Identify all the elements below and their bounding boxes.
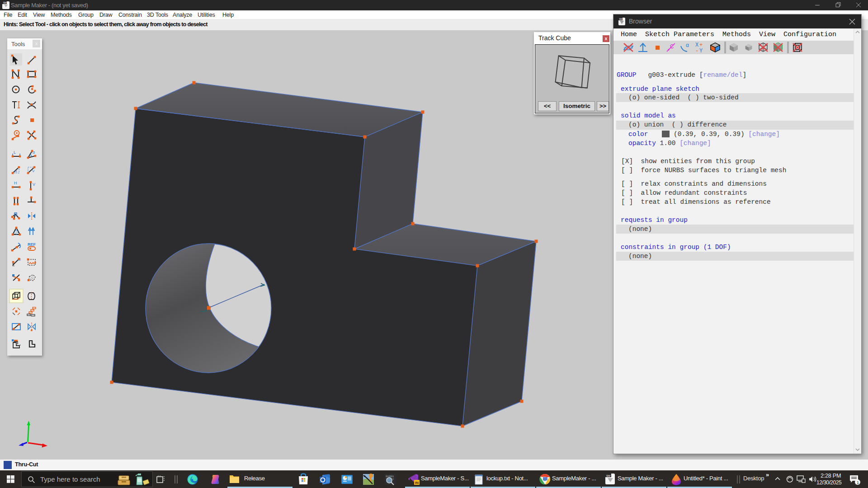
svg-text:α: α xyxy=(686,42,689,48)
svg-text:H: H xyxy=(14,169,17,174)
svg-text:IN: IN xyxy=(415,481,419,485)
svg-text:X: X xyxy=(695,42,698,48)
svg-text:C: C xyxy=(670,43,674,50)
svg-text:V: V xyxy=(33,182,35,187)
svg-text:SM: SM xyxy=(619,18,623,20)
svg-text:1: 1 xyxy=(857,480,859,485)
svg-text:Y: Y xyxy=(699,48,703,54)
svg-text:-: - xyxy=(695,48,698,54)
svg-text:L: L xyxy=(14,150,16,155)
svg-text:V: V xyxy=(32,169,35,173)
svg-text:Σ: Σ xyxy=(12,263,15,267)
svg-text:REF: REF xyxy=(28,242,36,247)
svg-text:SM: SM xyxy=(606,474,610,477)
svg-text:SM: SM xyxy=(3,1,7,4)
svg-text:+: + xyxy=(699,42,703,48)
svg-text:H: H xyxy=(14,181,17,185)
